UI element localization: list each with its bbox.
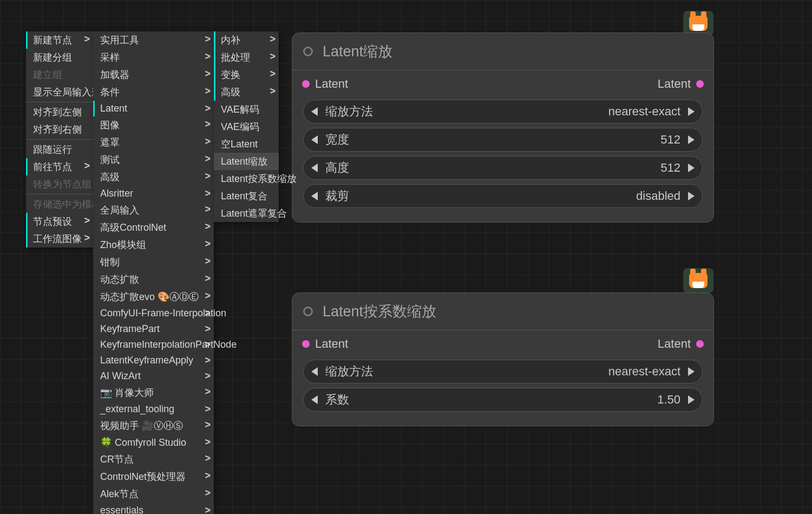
menu-item[interactable]: 显示全局输入连线 [26, 83, 93, 101]
menu-item[interactable]: ComfyUI-Frame-Interpolation [93, 305, 214, 321]
widget-缩放方法[interactable]: 缩放方法nearest-exact [303, 360, 703, 383]
menu-item[interactable]: 采样 [93, 49, 214, 66]
menu-item[interactable]: 测试 [93, 151, 214, 168]
widget-value: 1.50 [657, 393, 680, 407]
menu-item[interactable]: Latent [93, 101, 214, 116]
node-title: Latent按系数缩放 [323, 302, 436, 321]
menu-item[interactable]: VAE编码 [214, 118, 279, 135]
menu-item: 存储选中为模板 [26, 196, 93, 213]
menu-item[interactable]: Alsritter [93, 186, 214, 201]
widget-高度[interactable]: 高度512 [303, 156, 703, 180]
chevron-right-icon[interactable] [688, 164, 695, 172]
menu-item[interactable]: essentials [93, 503, 214, 514]
menu-item[interactable]: 内补 [214, 31, 279, 49]
menu-item[interactable]: 高级ControlNet [93, 219, 214, 236]
widget-label: 高度 [325, 160, 349, 176]
menu-item[interactable]: AI WizArt [93, 368, 214, 384]
context-menu-3[interactable]: 内补批处理变换高级VAE解码VAE编码空LatentLatent缩放Latent… [214, 31, 279, 222]
menu-item[interactable]: ControlNet预处理器 [93, 468, 214, 485]
menu-item[interactable]: 空Latent [214, 135, 279, 153]
widget-value: disabled [636, 189, 680, 203]
widget-value: nearest-exact [608, 365, 680, 379]
output-port-latent[interactable]: Latent [658, 77, 704, 91]
widget-value: 512 [660, 161, 680, 175]
chevron-left-icon[interactable] [311, 164, 318, 172]
chevron-right-icon[interactable] [688, 367, 695, 376]
chevron-left-icon[interactable] [311, 192, 318, 200]
menu-item[interactable]: 加载器 [93, 66, 214, 83]
node-latent-scale[interactable]: Latent缩放 Latent Latent 缩放方法nearest-exact… [292, 32, 714, 223]
chevron-left-icon[interactable] [311, 367, 318, 376]
menu-item[interactable]: CR节点 [93, 451, 214, 468]
menu-item[interactable]: 钳制 [93, 253, 214, 271]
widget-系数[interactable]: 系数1.50 [303, 388, 703, 412]
menu-item[interactable]: 工作流图像 [26, 230, 93, 248]
chevron-left-icon[interactable] [311, 395, 318, 404]
menu-item[interactable]: 📷 肖像大师 [93, 384, 214, 401]
chevron-right-icon[interactable] [688, 192, 695, 200]
menu-item[interactable]: 高级 [214, 83, 279, 101]
menu-item[interactable]: KeyframeInterpolationPartNode [93, 337, 214, 353]
widget-label: 缩放方法 [325, 363, 373, 380]
widget-裁剪[interactable]: 裁剪disabled [303, 184, 703, 208]
chevron-right-icon[interactable] [688, 135, 695, 144]
separator [26, 102, 93, 102]
widget-宽度[interactable]: 宽度512 [303, 128, 703, 152]
node-header[interactable]: Latent缩放 [292, 33, 713, 70]
menu-item[interactable]: 批处理 [214, 49, 279, 66]
menu-item[interactable]: VAE解码 [214, 101, 279, 118]
context-menu-2[interactable]: 实用工具采样加载器条件Latent图像遮罩测试高级Alsritter全局输入高级… [93, 31, 214, 514]
chevron-left-icon[interactable] [311, 135, 318, 144]
chevron-right-icon[interactable] [688, 107, 695, 116]
menu-item[interactable]: Alek节点 [93, 485, 214, 503]
separator [26, 139, 93, 140]
menu-item[interactable]: 图像 [93, 116, 214, 134]
input-port-latent[interactable]: Latent [302, 337, 348, 351]
menu-item[interactable]: 实用工具 [93, 31, 214, 49]
menu-item[interactable]: 全局输入 [93, 201, 214, 219]
chevron-right-icon[interactable] [688, 395, 695, 404]
menu-item[interactable]: 动态扩散evo 🎨ⒶⒹⒺ [93, 288, 214, 305]
menu-item[interactable]: Latent按系数缩放 [214, 170, 279, 187]
node-title: Latent缩放 [323, 42, 392, 61]
menu-item[interactable]: 🍀 Comfyroll Studio [93, 434, 214, 451]
menu-item[interactable]: Latent缩放 [214, 153, 279, 170]
menu-item[interactable]: 视频助手 🎥ⓋⒽⓈ [93, 417, 214, 434]
menu-item[interactable]: 对齐到左侧 [26, 103, 93, 121]
separator [26, 194, 93, 194]
menu-item[interactable]: 前往节点 [26, 158, 93, 175]
menu-item[interactable]: 新建节点 [26, 31, 93, 49]
menu-item[interactable]: KeyframePart [93, 321, 214, 337]
menu-item[interactable]: _external_tooling [93, 401, 214, 417]
menu-item[interactable]: 变换 [214, 66, 279, 83]
collapse-dot-icon[interactable] [303, 47, 313, 56]
menu-item: 转换为节点组 [26, 175, 93, 193]
input-port-latent[interactable]: Latent [302, 77, 348, 91]
widget-label: 系数 [325, 392, 349, 408]
chevron-left-icon[interactable] [311, 107, 318, 116]
menu-item[interactable]: LatentKeyframeApply [93, 353, 214, 368]
widget-label: 宽度 [325, 132, 349, 148]
collapse-dot-icon[interactable] [303, 307, 313, 316]
node-header[interactable]: Latent按系数缩放 [292, 293, 713, 330]
widget-label: 缩放方法 [325, 103, 373, 120]
menu-item[interactable]: 对齐到右侧 [26, 121, 93, 138]
widget-label: 裁剪 [325, 188, 349, 204]
menu-item[interactable]: 跟随运行 [26, 141, 93, 158]
menu-item[interactable]: 高级 [93, 168, 214, 186]
menu-item[interactable]: Latent复合 [214, 187, 279, 205]
menu-item[interactable]: 遮罩 [93, 134, 214, 151]
widget-缩放方法[interactable]: 缩放方法nearest-exact [303, 100, 703, 123]
context-menu-1[interactable]: 新建节点新建分组建立组显示全局输入连线对齐到左侧对齐到右侧跟随运行前往节点转换为… [26, 31, 93, 248]
widget-value: nearest-exact [608, 105, 680, 119]
menu-item[interactable]: 节点预设 [26, 213, 93, 230]
fox-icon [683, 268, 713, 293]
widget-value: 512 [660, 133, 680, 147]
output-port-latent[interactable]: Latent [658, 337, 704, 351]
menu-item[interactable]: 动态扩散 [93, 271, 214, 288]
menu-item[interactable]: 新建分组 [26, 49, 93, 66]
node-latent-scale-by[interactable]: Latent按系数缩放 Latent Latent 缩放方法nearest-ex… [292, 292, 714, 426]
menu-item[interactable]: 条件 [93, 83, 214, 101]
menu-item[interactable]: Latent遮罩复合 [214, 205, 279, 222]
menu-item[interactable]: Zho模块组 [93, 236, 214, 253]
